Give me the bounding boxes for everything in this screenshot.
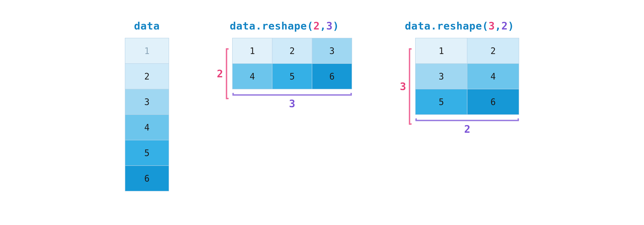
- cell: 3: [125, 89, 169, 115]
- cell: 3: [416, 64, 467, 89]
- diagram-root: data 1 2 3 4 5 6 data.reshape(2,3) 2 1 2…: [0, 0, 644, 191]
- cell: 1: [125, 38, 169, 64]
- panel-reshape-2-3: data.reshape(2,3) 2 1 2 3 4 5 6 3: [217, 20, 352, 110]
- row-dimension: 2: [217, 48, 228, 99]
- bracket-vertical-icon: [226, 48, 228, 99]
- title-reshape-3-2: data.reshape(3,2): [405, 20, 514, 32]
- col-dimension-label: 2: [464, 123, 470, 135]
- cell: 5: [416, 89, 467, 115]
- cell: 6: [312, 64, 352, 89]
- cell: 4: [232, 64, 272, 89]
- cell: 2: [467, 38, 519, 64]
- cell: 2: [272, 38, 312, 64]
- cell: 6: [467, 89, 519, 115]
- title-reshape-2-3: data.reshape(2,3): [230, 20, 339, 32]
- bracket-horizontal-icon: [232, 93, 352, 96]
- grid-wrap: 2 1 2 3 4 5 6 3: [217, 38, 352, 110]
- cell: 5: [272, 64, 312, 89]
- col-dimension: 2: [416, 118, 519, 135]
- cell: 2: [125, 64, 169, 89]
- grid-wrap: 3 1 2 3 4 5 6 2: [400, 38, 519, 135]
- bracket-vertical-icon: [409, 48, 412, 125]
- col-dimension-label: 3: [289, 98, 295, 110]
- cell: 3: [312, 38, 352, 64]
- title-vector: data: [134, 20, 160, 32]
- grid-3x2: 1 2 3 4 5 6: [415, 38, 519, 115]
- cell: 4: [467, 64, 519, 89]
- cell: 6: [125, 166, 169, 191]
- cell: 1: [416, 38, 467, 64]
- cell: 5: [125, 140, 169, 166]
- panel-reshape-3-2: data.reshape(3,2) 3 1 2 3 4 5 6 2: [400, 20, 519, 135]
- grid-2x3: 1 2 3 4 5 6: [232, 38, 352, 89]
- panel-vector: data 1 2 3 4 5 6: [125, 20, 169, 191]
- row-dimension: 3: [400, 48, 412, 125]
- row-dimension-label: 3: [400, 81, 406, 92]
- cell: 1: [232, 38, 272, 64]
- cell: 4: [125, 115, 169, 140]
- grid-vector: 1 2 3 4 5 6: [125, 38, 169, 191]
- row-dimension-label: 2: [217, 68, 223, 80]
- bracket-horizontal-icon: [416, 118, 519, 121]
- col-dimension: 3: [232, 93, 352, 110]
